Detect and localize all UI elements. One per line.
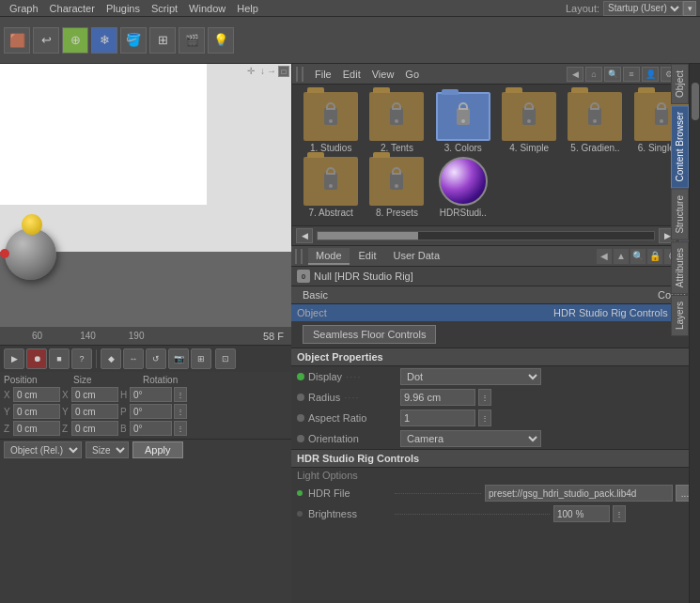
info-btn[interactable]: ? xyxy=(71,348,92,369)
photo-btn[interactable]: 📷 xyxy=(168,348,189,369)
scroll-thumb[interactable] xyxy=(692,83,699,120)
y-spin-btn[interactable]: ⋮ xyxy=(174,404,187,419)
position-header: Position xyxy=(4,375,70,385)
cb-menu-view[interactable]: View xyxy=(368,69,398,80)
grid-display-btn[interactable]: ⊞ xyxy=(191,348,211,369)
pos-y-input[interactable] xyxy=(13,404,60,419)
orient-select[interactable]: Camera xyxy=(400,430,541,447)
radius-input[interactable] xyxy=(400,389,475,406)
seamless-floor-btn[interactable]: Seamless Floor Controls xyxy=(303,325,436,344)
tool-film[interactable]: 🎬 xyxy=(179,27,205,54)
tool-grid[interactable]: ⊞ xyxy=(149,27,176,54)
cb-home-btn[interactable]: ⌂ xyxy=(585,67,602,82)
aspect-input[interactable] xyxy=(400,410,475,426)
cb-menu-file[interactable]: File xyxy=(311,69,335,80)
tab-edit[interactable]: Edit xyxy=(351,248,384,265)
side-tab-object[interactable]: Object xyxy=(671,64,689,104)
size-z-input[interactable] xyxy=(71,421,118,436)
tool-atom[interactable]: ⊕ xyxy=(62,27,88,54)
side-tab-content-browser[interactable]: Content Browser xyxy=(671,105,689,188)
object-prop-row[interactable]: Object HDR Studio Rig Controls xyxy=(291,304,700,321)
tool-snowflake[interactable]: ❄ xyxy=(91,27,117,54)
mirror-btn[interactable]: ↔ xyxy=(123,348,144,369)
prop-tab-basic[interactable]: Basic xyxy=(291,286,339,303)
key-btn[interactable]: ◆ xyxy=(101,348,121,369)
tab-mode[interactable]: Mode xyxy=(308,248,350,265)
folder-tents[interactable]: 2. Tents xyxy=(366,92,428,153)
folder-abstract[interactable]: 7. Abstract xyxy=(300,157,362,218)
orient-label: Orientation xyxy=(308,433,359,444)
cycle-btn[interactable]: ↺ xyxy=(146,348,166,369)
tool-brush[interactable]: 🪣 xyxy=(120,27,147,54)
folder-colors-label: 3. Colors xyxy=(444,143,482,153)
object-props-section-header: Object Properties xyxy=(291,348,700,366)
menu-graph[interactable]: Graph xyxy=(4,3,44,14)
tool-light[interactable]: 💡 xyxy=(208,27,234,54)
z-label: Z xyxy=(4,424,11,434)
attr-lock[interactable]: 🔒 xyxy=(647,249,662,264)
orient-dot xyxy=(297,435,304,442)
hdr-studio-thumb[interactable]: HDRStudi.. xyxy=(432,157,494,218)
play-btn[interactable]: ▶ xyxy=(4,348,24,369)
attr-arrow-left[interactable]: ◀ xyxy=(597,249,612,264)
apply-button[interactable]: Apply xyxy=(132,441,183,458)
layout-dropdown[interactable]: ▾ xyxy=(683,1,696,16)
x-spin-btn[interactable]: ⋮ xyxy=(174,387,187,402)
cb-back-btn[interactable]: ◀ xyxy=(567,67,583,82)
object-rel-select[interactable]: Object (Rel.) xyxy=(4,441,82,458)
menu-window[interactable]: Window xyxy=(183,3,231,14)
size-x-input[interactable] xyxy=(71,387,118,402)
folder-gradients[interactable]: 5. Gradien.. xyxy=(564,92,626,153)
brightness-input[interactable] xyxy=(553,505,610,522)
aspect-spin[interactable]: ⋮ xyxy=(478,410,491,426)
rot-b-input[interactable] xyxy=(130,421,172,436)
cb-nav-back[interactable]: ◀ xyxy=(296,228,313,243)
size-select[interactable]: Size xyxy=(86,441,129,458)
radius-spin[interactable]: ⋮ xyxy=(478,389,491,406)
folder-presets[interactable]: 8. Presets xyxy=(366,157,428,218)
attr-triangle-up[interactable]: ▲ xyxy=(614,249,629,264)
size-y-input[interactable] xyxy=(71,404,118,419)
menu-script[interactable]: Script xyxy=(146,3,183,14)
extra-btn[interactable]: ⊡ xyxy=(215,348,236,369)
menu-plugins[interactable]: Plugins xyxy=(101,3,146,14)
radius-prop-row: Radius · · · · ⋮ xyxy=(291,387,700,408)
attr-search[interactable]: 🔍 xyxy=(630,249,646,264)
z-spin-btn[interactable]: ⋮ xyxy=(174,421,187,436)
layout-select[interactable]: Startup (User) xyxy=(603,1,683,16)
stop-btn[interactable]: ■ xyxy=(49,348,70,369)
cb-person-btn[interactable]: 👤 xyxy=(642,67,659,82)
brightness-spin[interactable]: ⋮ xyxy=(613,505,626,522)
cb-list-btn[interactable]: ≡ xyxy=(623,67,640,82)
menu-help[interactable]: Help xyxy=(231,3,264,14)
pos-x-input[interactable] xyxy=(13,387,60,402)
side-tab-attributes[interactable]: Attributes xyxy=(671,241,689,294)
content-browser-topbar: File Edit View Go ◀ ⌂ 🔍 ≡ 👤 ⚙ ⤢ xyxy=(292,64,700,85)
rot-h-input[interactable] xyxy=(130,387,172,402)
cb-search-btn[interactable]: 🔍 xyxy=(604,67,621,82)
tab-userdata[interactable]: User Data xyxy=(386,248,448,265)
rot-p-input[interactable] xyxy=(130,404,172,419)
bottom-bar: Object (Rel.) Size Apply xyxy=(0,439,291,460)
viewport-maximize[interactable]: □ xyxy=(278,66,289,77)
side-tab-layers[interactable]: Layers xyxy=(671,295,689,336)
attr-tabs: Mode Edit User Data ◀ ▲ 🔍 🔒 ⚙ ⤢ xyxy=(291,246,700,267)
right-scrollbar[interactable] xyxy=(689,64,700,603)
pos-z-input[interactable] xyxy=(13,421,60,436)
viewport-controls: ✛ ↓ → □ xyxy=(247,66,289,77)
cb-menu-edit[interactable]: Edit xyxy=(339,69,365,80)
folder-studios[interactable]: 1. Studios xyxy=(300,92,362,153)
menu-character[interactable]: Character xyxy=(44,3,101,14)
cb-menu-go[interactable]: Go xyxy=(401,69,423,80)
hdr-file-input[interactable] xyxy=(485,485,673,502)
side-tab-structure[interactable]: Structure xyxy=(671,189,689,240)
display-dots: · · · · xyxy=(346,371,400,382)
folder-simple[interactable]: 4. Simple xyxy=(498,92,560,153)
display-select[interactable]: Dot xyxy=(400,368,541,385)
playback-controls: ▶ ⏺ ■ ? ◆ ↔ ↺ 📷 ⊞ ⊡ xyxy=(0,346,291,372)
folder-colors[interactable]: 3. Colors xyxy=(432,92,494,153)
record-btn[interactable]: ⏺ xyxy=(26,348,47,369)
viewport[interactable]: ✛ ↓ → □ xyxy=(0,64,291,327)
tool-cube[interactable]: 🟫 xyxy=(4,27,30,54)
tool-undo[interactable]: ↩ xyxy=(33,27,59,54)
